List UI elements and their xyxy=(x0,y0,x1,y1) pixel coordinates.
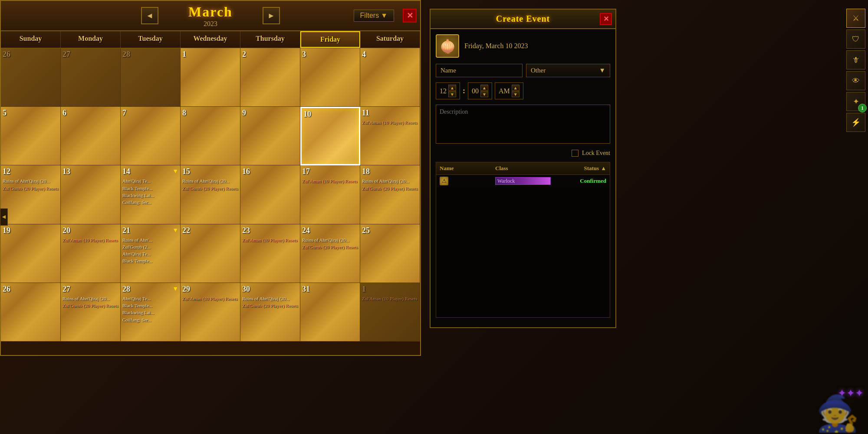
event-name-input[interactable] xyxy=(436,64,523,77)
cal-day-11[interactable]: 11 Zul'Aman (10 Player) Resets xyxy=(360,107,420,165)
lock-event-label: Lock Event xyxy=(582,150,610,157)
cal-day-23[interactable]: 23 Zul'Aman (10 Player) Resets xyxy=(240,224,300,283)
cal-day-6[interactable]: 6 xyxy=(61,107,121,165)
filters-button[interactable]: Filters ▼ xyxy=(354,10,394,22)
cal-day-27[interactable]: 27 Ruins of Ahn'Qiraj (20... Zul'Gurub (… xyxy=(61,283,121,342)
calendar-window: ◄ March 2023 ► Filters ▼ ✕ Sunday Monday… xyxy=(0,0,421,356)
cal-day-12[interactable]: 12 Ruins of Ahn'Qiraj (20... Zul'Gurub (… xyxy=(1,165,61,224)
cal-day-26-prev[interactable]: 26 xyxy=(1,48,61,107)
cal-day-24[interactable]: 24 Ruins of Ahn'Qiraj (20... Zul'Gurub (… xyxy=(300,224,360,283)
minute-up-button[interactable]: ▲ xyxy=(480,85,488,91)
cal-day-31[interactable]: 31 xyxy=(300,283,360,342)
event-text: Zul'Aman (10 Player) Resets xyxy=(362,296,418,302)
cal-day-3[interactable]: 3 xyxy=(300,48,360,107)
ampm-arrows: ▲ ▼ xyxy=(512,85,519,97)
category-dropdown[interactable]: Other ▼ xyxy=(526,64,610,77)
cal-day-19[interactable]: 19 xyxy=(1,224,61,283)
cal-day-5[interactable]: 5 xyxy=(1,107,61,165)
prev-month-button[interactable]: ◄ xyxy=(141,7,158,24)
event-text: Ahn'Qiraj Te... xyxy=(122,296,178,302)
hour-down-button[interactable]: ▼ xyxy=(448,91,456,97)
lock-event-row: Lock Event xyxy=(436,150,610,157)
side-icon-dagger[interactable]: 🗡 xyxy=(846,50,865,69)
cal-day-16[interactable]: 16 xyxy=(240,165,300,224)
cal-day-13[interactable]: 13 xyxy=(61,165,121,224)
cal-day-22[interactable]: 22 xyxy=(181,224,240,283)
create-event-close-button[interactable]: ✕ xyxy=(600,13,612,25)
side-icon-sword[interactable]: ⚔ xyxy=(846,9,865,28)
year-label: 2023 xyxy=(167,20,254,28)
category-label: Other xyxy=(531,67,546,74)
event-text: Zul'Aman (10 Player) Resets xyxy=(182,296,238,302)
description-textarea[interactable] xyxy=(436,105,610,144)
event-text: Ruins of Ahn'Qiraj (20... xyxy=(62,296,118,302)
event-text: Ahn'Qiraj Te... xyxy=(122,178,178,184)
day-header-wednesday: Wednesday xyxy=(181,31,240,48)
day-headers: Sunday Monday Tuesday Wednesday Thursday… xyxy=(1,31,420,48)
side-icon-star[interactable]: ✦ 1 xyxy=(846,92,865,111)
event-text: Black Temple... xyxy=(122,302,178,309)
ampm-value: AM xyxy=(499,87,510,95)
event-text: Zul'Aman (10 Player) Resets xyxy=(62,237,118,243)
ampm-down-button[interactable]: ▼ xyxy=(512,91,519,97)
cal-day-20[interactable]: 20 Zul'Aman (10 Player) Resets xyxy=(61,224,121,283)
month-display: March 2023 xyxy=(167,4,254,28)
cal-day-15[interactable]: 15 Ruins of Ahn'Qiraj (20... Zul'Gurub (… xyxy=(181,165,240,224)
cal-day-2[interactable]: 2 xyxy=(240,48,300,107)
side-icon-lightning[interactable]: ⚡ xyxy=(846,113,865,132)
roster-name-cell: ⚠ xyxy=(440,177,495,185)
event-text: Ruins of Ahn'Qiraj (20... xyxy=(302,237,358,243)
event-text: Coilfang: Ser... xyxy=(122,199,178,205)
cal-day-27-prev[interactable]: 27 xyxy=(61,48,121,107)
event-text: Zul'Aman (10 Player) Resets xyxy=(242,237,298,243)
side-icon-shield[interactable]: 🛡 xyxy=(846,30,865,49)
cal-day-10-today[interactable]: 10 xyxy=(300,107,360,165)
side-icon-bar: ⚔ 🛡 🗡 👁 ✦ 1 ⚡ xyxy=(846,9,868,132)
create-event-header: Create Event ✕ xyxy=(431,10,615,29)
day-header-friday: Friday xyxy=(300,31,360,48)
cal-day-8[interactable]: 8 xyxy=(181,107,240,165)
hour-up-button[interactable]: ▲ xyxy=(448,85,456,91)
cal-day-17[interactable]: 17 Zul'Aman (10 Player) Resets xyxy=(300,165,360,224)
next-month-button[interactable]: ► xyxy=(263,7,280,24)
side-icon-eye[interactable]: 👁 xyxy=(846,71,865,90)
minute-down-button[interactable]: ▼ xyxy=(480,91,488,97)
cal-day-4[interactable]: 4 xyxy=(360,48,420,107)
left-edge-toggle[interactable]: ◄ xyxy=(0,208,8,226)
cal-day-28-prev[interactable]: 28 xyxy=(121,48,181,107)
event-text: Blackwing Lai... xyxy=(122,192,178,198)
cal-day-21[interactable]: 21 ▼ Ruins of Ahn'... Zul'Gurub (2... Ah… xyxy=(121,224,181,283)
cal-day-26[interactable]: 26 xyxy=(1,283,61,342)
minute-value: 00 xyxy=(472,87,479,95)
ampm-spinner: AM ▲ ▼ xyxy=(495,82,523,99)
cal-day-28[interactable]: 28 ▼ Ahn'Qiraj Te... Black Temple... Bla… xyxy=(121,283,181,342)
event-text: Zul'Gurub (20 Player) Resets xyxy=(3,185,59,191)
cal-day-1[interactable]: 1 xyxy=(181,48,240,107)
minute-spinner: 00 ▲ ▼ xyxy=(468,82,492,99)
create-event-panel: Create Event ✕ 🧅 Friday, March 10 2023 O… xyxy=(430,9,616,328)
filters-label: Filters xyxy=(360,12,379,20)
event-text: Zul'Gurub (20 Player) Resets xyxy=(362,185,418,191)
event-text: Coilfang: Ser... xyxy=(122,317,178,323)
day-header-monday: Monday xyxy=(61,31,121,48)
cal-day-25[interactable]: 25 xyxy=(360,224,420,283)
cal-day-7[interactable]: 7 xyxy=(121,107,181,165)
cal-day-14[interactable]: 14 ▼ Ahn'Qiraj Te... Black Temple... Bla… xyxy=(121,165,181,224)
cal-day-1-next[interactable]: 1 Zul'Aman (10 Player) Resets xyxy=(360,283,420,342)
event-text: Zul'Gurub (20 Player) Resets xyxy=(182,185,238,191)
ampm-up-button[interactable]: ▲ xyxy=(512,85,519,91)
category-dropdown-icon: ▼ xyxy=(599,67,605,74)
time-row: 12 ▲ ▼ : 00 ▲ ▼ AM ▲ ▼ xyxy=(436,82,610,99)
cal-day-9[interactable]: 9 xyxy=(240,107,300,165)
calendar-close-button[interactable]: ✕ xyxy=(403,9,417,23)
cal-day-29[interactable]: 29 Zul'Aman (10 Player) Resets xyxy=(181,283,240,342)
hour-spinner: 12 ▲ ▼ xyxy=(436,82,460,99)
event-text: Zul'Aman (10 Player) Resets xyxy=(362,119,418,125)
event-text: Blackwing Lai... xyxy=(122,309,178,316)
cal-day-30[interactable]: 30 Ruins of Ahn'Qiraj (20... Zul'Gurub (… xyxy=(240,283,300,342)
create-event-title: Create Event xyxy=(496,14,550,23)
lock-event-checkbox[interactable] xyxy=(572,150,579,157)
cal-day-18[interactable]: 18 Ruins of Ahn'Qiraj (20... Zul'Gurub (… xyxy=(360,165,420,224)
event-text: Ruins of Ahn'Qiraj (20... xyxy=(242,296,298,302)
roster-status-header[interactable]: Status ▲ xyxy=(551,165,606,172)
